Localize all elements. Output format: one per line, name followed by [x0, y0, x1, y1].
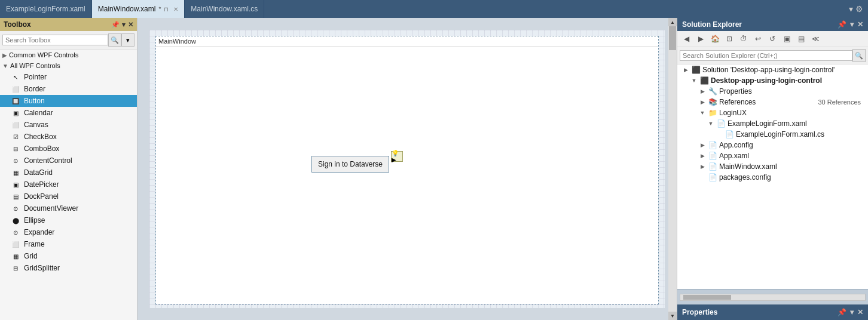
toolbox-header-icons: 📌 ▾ ✕ — [111, 21, 133, 29]
tab-controls: ▾ ⚙ — [844, 0, 868, 18]
scroll-track[interactable] — [668, 26, 677, 312]
search-button[interactable]: 🔍 — [108, 33, 121, 47]
scroll-up-button[interactable]: ▲ — [668, 18, 677, 26]
properties-close-icon[interactable]: ✕ — [857, 308, 863, 316]
toolbox-item-border[interactable]: ⬜ Border — [0, 83, 137, 95]
se-close-icon[interactable]: ✕ — [857, 20, 863, 29]
se-sync-button[interactable]: ⊡ — [723, 32, 736, 45]
se-item-label: LoginUX — [719, 109, 747, 117]
se-pin-icon[interactable]: 📌 — [838, 20, 846, 29]
item-label: GridSplitter — [24, 264, 60, 272]
item-label: Pointer — [24, 73, 47, 81]
toolbox-arrow-icon[interactable]: ▾ — [122, 21, 126, 29]
se-item-project[interactable]: ▼ ⬛ Desktop-app-using-login-control — [677, 75, 868, 86]
scroll-thumb — [669, 26, 676, 50]
checkbox-icon: ☑ — [11, 132, 20, 141]
se-item-packages-config[interactable]: ▶ 📄 packages.config — [677, 172, 868, 183]
toolbox-item-datepicker[interactable]: ▣ DatePicker — [0, 179, 137, 190]
folder-icon: 📁 — [708, 109, 717, 117]
toolbox-item-gridsplitter[interactable]: ⊟ GridSplitter — [0, 262, 137, 274]
toolbox-item-button[interactable]: 🔲 Button — [0, 95, 137, 107]
se-item-example-login-form[interactable]: ▼ 📄 ExampleLoginForm.xaml — [677, 118, 868, 129]
se-bottom-scrollbar-area — [677, 289, 868, 304]
se-layout1-button[interactable]: ▣ — [780, 32, 793, 45]
se-item-loginux[interactable]: ▼ 📁 LoginUX — [677, 107, 868, 118]
tab-dropdown-icon[interactable]: ▾ — [849, 4, 853, 14]
expand-icon[interactable]: ▼ — [690, 76, 698, 85]
toolbox-close-icon[interactable]: ✕ — [128, 21, 133, 29]
toolbox-item-dockpanel[interactable]: ▤ DockPanel — [0, 190, 137, 202]
se-item-example-login-form-cs[interactable]: ▶ 📄 ExampleLoginForm.xaml.cs — [677, 129, 868, 140]
toolbox-section-all-wpf[interactable]: ▼ All WPF Controls — [0, 60, 137, 71]
frame-icon: ⬜ — [11, 239, 20, 249]
designer-area: MainWindow Sign in to Dataverse 💡▶ ▲ ▼ — [137, 18, 677, 320]
toolbox-item-datagrid[interactable]: ▦ DataGrid — [0, 167, 137, 179]
se-arrow-icon[interactable]: ▾ — [850, 20, 854, 29]
se-forward-button[interactable]: ▶ — [694, 32, 707, 45]
toolbox-item-ellipse[interactable]: ⬤ Ellipse — [0, 214, 137, 226]
toolbox-pin-icon[interactable]: 📌 — [111, 21, 120, 29]
toolbox-item-documentviewer[interactable]: ⊙ DocumentViewer — [0, 202, 137, 214]
toolbox-item-canvas[interactable]: ⬜ Canvas — [0, 119, 137, 131]
se-back-button[interactable]: ◀ — [680, 32, 693, 45]
expand-icon[interactable]: ▶ — [698, 87, 707, 96]
expand-icon[interactable]: ▶ — [698, 98, 707, 106]
toolbox-item-pointer[interactable]: ↖ Pointer — [0, 71, 137, 83]
toolbox-section-common-wpf[interactable]: ▶ Common WPF Controls — [0, 50, 137, 60]
se-item-app-xaml[interactable]: ▶ 📄 App.xaml — [677, 150, 868, 161]
tab-example-login-form[interactable]: ExampleLoginForm.xaml — [0, 0, 92, 18]
toolbox-item-frame[interactable]: ⬜ Frame — [0, 238, 137, 250]
tab-main-window-xaml-cs[interactable]: MainWindow.xaml.cs — [185, 0, 264, 18]
expand-icon[interactable]: ▶ — [681, 66, 690, 74]
pointer-icon: ↖ — [11, 72, 20, 82]
se-undo-button[interactable]: ↩ — [751, 32, 765, 45]
tab-main-window-xaml[interactable]: MainWindow.xaml * ⊓ ✕ — [92, 0, 185, 18]
properties-arrow-icon[interactable]: ▾ — [850, 308, 854, 316]
se-properties-button[interactable]: ⏱ — [737, 32, 750, 45]
search-input[interactable] — [2, 35, 108, 45]
toolbox-item-checkbox[interactable]: ☑ CheckBox — [0, 131, 137, 143]
toolbox-item-combobox[interactable]: ⊟ ComboBox — [0, 143, 137, 155]
se-layout2-button[interactable]: ▤ — [794, 32, 808, 45]
grid-icon: ▦ — [11, 251, 20, 261]
se-more-button[interactable]: ≪ — [809, 32, 822, 45]
tab-close-icon[interactable]: ✕ — [173, 6, 178, 13]
expand-icon[interactable]: ▼ — [698, 109, 707, 117]
expand-icon[interactable]: ▶ — [698, 141, 707, 149]
properties-icon: 🔧 — [708, 87, 717, 96]
smarttag-icon[interactable]: 💡▶ — [391, 151, 403, 162]
se-item-mainwindow-xaml[interactable]: ▶ 📄 MainWindow.xaml — [677, 161, 868, 172]
expand-icon[interactable]: ▶ — [698, 152, 707, 160]
tab-label: ExampleLoginForm.xaml — [6, 5, 85, 13]
solution-explorer-title: Solution Explorer — [682, 20, 742, 29]
se-search: 🔍 — [677, 47, 868, 64]
designer-button[interactable]: Sign in to Dataverse — [311, 156, 389, 173]
scroll-down-button[interactable]: ▼ — [668, 312, 677, 320]
se-item-app-config[interactable]: ▶ 📄 App.config — [677, 140, 868, 150]
datepicker-icon: ▣ — [11, 180, 20, 189]
toolbox-search: 🔍 ▾ — [0, 31, 137, 50]
tab-bar: ExampleLoginForm.xaml MainWindow.xaml * … — [0, 0, 868, 18]
se-refresh-button[interactable]: ↺ — [766, 32, 779, 45]
se-item-properties[interactable]: ▶ 🔧 Properties — [677, 86, 868, 97]
se-item-solution[interactable]: ▶ ⬛ Solution 'Desktop-app-using-login-co… — [677, 64, 868, 75]
tab-settings-icon[interactable]: ⚙ — [855, 4, 863, 14]
solution-explorer-panel: Solution Explorer 📌 ▾ ✕ ◀ ▶ 🏠 ⊡ ⏱ ↩ ↺ ▣ … — [677, 18, 868, 320]
se-item-references[interactable]: ▶ 📚 References 30 References — [677, 97, 868, 107]
expand-icon[interactable]: ▶ — [698, 162, 707, 171]
toolbox-item-grid[interactable]: ▦ Grid — [0, 250, 137, 262]
solution-explorer-header: Solution Explorer 📌 ▾ ✕ — [677, 18, 868, 31]
search-dropdown-button[interactable]: ▾ — [121, 33, 135, 47]
se-home-button[interactable]: 🏠 — [708, 32, 722, 45]
toolbox-item-calendar[interactable]: ▣ Calendar — [0, 107, 137, 119]
toolbox-item-expander[interactable]: ⊙ Expander — [0, 226, 137, 238]
toolbox-item-contentcontrol[interactable]: ⊙ ContentControl — [0, 155, 137, 167]
tab-modified-icon: * — [158, 6, 161, 13]
se-horizontal-scrollbar[interactable] — [680, 294, 866, 301]
se-search-input[interactable] — [680, 50, 852, 61]
documentviewer-icon: ⊙ — [11, 204, 20, 213]
gridsplitter-icon: ⊟ — [11, 263, 20, 273]
se-search-button[interactable]: 🔍 — [852, 49, 866, 62]
expand-icon[interactable]: ▼ — [707, 119, 715, 128]
properties-pin-icon[interactable]: 📌 — [838, 308, 846, 316]
